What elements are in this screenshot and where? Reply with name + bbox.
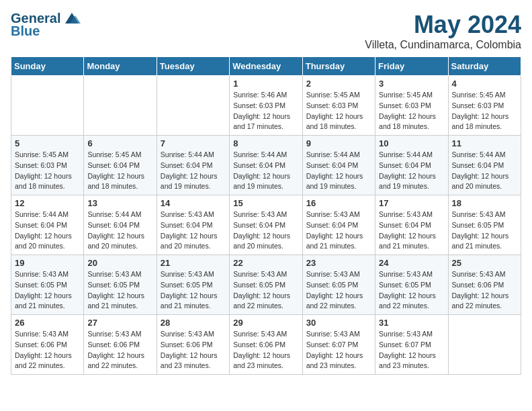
day-info: Sunrise: 5:43 AM Sunset: 6:04 PM Dayligh… — [161, 210, 226, 252]
day-number: 3 — [379, 79, 444, 89]
weekday-header-monday: Monday — [84, 57, 157, 76]
calendar-week-4: 19Sunrise: 5:43 AM Sunset: 6:05 PM Dayli… — [11, 255, 521, 315]
calendar-cell: 5Sunrise: 5:45 AM Sunset: 6:03 PM Daylig… — [11, 136, 84, 195]
calendar-cell: 23Sunrise: 5:43 AM Sunset: 6:05 PM Dayli… — [302, 255, 375, 315]
calendar-week-5: 26Sunrise: 5:43 AM Sunset: 6:06 PM Dayli… — [11, 315, 521, 375]
day-number: 18 — [452, 198, 517, 208]
calendar-cell: 26Sunrise: 5:43 AM Sunset: 6:06 PM Dayli… — [11, 315, 84, 375]
title-block: May 2024 Villeta, Cundinamarca, Colombia — [365, 11, 521, 51]
calendar-cell: 28Sunrise: 5:43 AM Sunset: 6:06 PM Dayli… — [157, 315, 229, 375]
calendar-subtitle: Villeta, Cundinamarca, Colombia — [365, 39, 521, 51]
day-number: 11 — [452, 138, 517, 148]
day-info: Sunrise: 5:43 AM Sunset: 6:05 PM Dayligh… — [306, 269, 371, 312]
day-info: Sunrise: 5:43 AM Sunset: 6:04 PM Dayligh… — [379, 210, 444, 252]
day-info: Sunrise: 5:44 AM Sunset: 6:04 PM Dayligh… — [161, 150, 226, 192]
calendar-cell: 7Sunrise: 5:44 AM Sunset: 6:04 PM Daylig… — [157, 136, 229, 195]
calendar-cell: 29Sunrise: 5:43 AM Sunset: 6:06 PM Dayli… — [230, 315, 302, 375]
day-number: 20 — [87, 258, 152, 268]
calendar-title: May 2024 — [365, 11, 521, 39]
day-number: 6 — [87, 138, 152, 148]
day-number: 23 — [306, 258, 371, 268]
calendar-cell: 12Sunrise: 5:44 AM Sunset: 6:04 PM Dayli… — [11, 195, 84, 255]
day-number: 4 — [452, 79, 517, 89]
calendar-cell: 17Sunrise: 5:43 AM Sunset: 6:04 PM Dayli… — [375, 195, 448, 255]
calendar-cell: 19Sunrise: 5:43 AM Sunset: 6:05 PM Dayli… — [11, 255, 84, 315]
weekday-header-friday: Friday — [375, 57, 448, 76]
day-info: Sunrise: 5:43 AM Sunset: 6:07 PM Dayligh… — [306, 329, 371, 371]
day-number: 19 — [15, 258, 80, 268]
day-number: 26 — [15, 318, 80, 328]
day-info: Sunrise: 5:43 AM Sunset: 6:05 PM Dayligh… — [161, 269, 226, 312]
day-number: 13 — [87, 198, 152, 208]
day-info: Sunrise: 5:44 AM Sunset: 6:04 PM Dayligh… — [306, 150, 371, 192]
day-number: 8 — [233, 138, 298, 148]
calendar-cell: 22Sunrise: 5:43 AM Sunset: 6:05 PM Dayli… — [230, 255, 302, 315]
day-number: 17 — [379, 198, 444, 208]
weekday-header-sunday: Sunday — [11, 57, 84, 76]
page-header: General Blue May 2024 Villeta, Cundinama… — [11, 11, 521, 51]
day-number: 24 — [379, 258, 444, 268]
calendar-cell — [157, 76, 229, 136]
calendar-cell: 27Sunrise: 5:43 AM Sunset: 6:06 PM Dayli… — [84, 315, 157, 375]
weekday-header-thursday: Thursday — [302, 57, 375, 76]
day-info: Sunrise: 5:44 AM Sunset: 6:04 PM Dayligh… — [233, 150, 298, 192]
day-number: 10 — [379, 138, 444, 148]
calendar-cell: 4Sunrise: 5:45 AM Sunset: 6:03 PM Daylig… — [448, 76, 521, 136]
day-info: Sunrise: 5:45 AM Sunset: 6:03 PM Dayligh… — [15, 150, 80, 192]
calendar-cell: 20Sunrise: 5:43 AM Sunset: 6:05 PM Dayli… — [84, 255, 157, 315]
calendar-cell: 1Sunrise: 5:46 AM Sunset: 6:03 PM Daylig… — [230, 76, 302, 136]
calendar-cell: 24Sunrise: 5:43 AM Sunset: 6:05 PM Dayli… — [375, 255, 448, 315]
day-info: Sunrise: 5:45 AM Sunset: 6:03 PM Dayligh… — [452, 90, 517, 132]
calendar-cell: 8Sunrise: 5:44 AM Sunset: 6:04 PM Daylig… — [230, 136, 302, 195]
calendar-cell: 15Sunrise: 5:43 AM Sunset: 6:04 PM Dayli… — [230, 195, 302, 255]
calendar-cell: 13Sunrise: 5:44 AM Sunset: 6:04 PM Dayli… — [84, 195, 157, 255]
calendar-cell: 2Sunrise: 5:45 AM Sunset: 6:03 PM Daylig… — [302, 76, 375, 136]
day-info: Sunrise: 5:43 AM Sunset: 6:06 PM Dayligh… — [87, 329, 152, 371]
day-info: Sunrise: 5:45 AM Sunset: 6:03 PM Dayligh… — [379, 90, 444, 132]
day-number: 7 — [161, 138, 226, 148]
calendar-cell: 21Sunrise: 5:43 AM Sunset: 6:05 PM Dayli… — [157, 255, 229, 315]
calendar-week-3: 12Sunrise: 5:44 AM Sunset: 6:04 PM Dayli… — [11, 195, 521, 255]
logo-text-blue: Blue — [11, 24, 40, 39]
day-info: Sunrise: 5:43 AM Sunset: 6:05 PM Dayligh… — [233, 269, 298, 312]
day-info: Sunrise: 5:45 AM Sunset: 6:04 PM Dayligh… — [87, 150, 152, 192]
day-info: Sunrise: 5:43 AM Sunset: 6:05 PM Dayligh… — [87, 269, 152, 312]
day-number: 27 — [87, 318, 152, 328]
day-info: Sunrise: 5:43 AM Sunset: 6:04 PM Dayligh… — [306, 210, 371, 252]
calendar-cell: 16Sunrise: 5:43 AM Sunset: 6:04 PM Dayli… — [302, 195, 375, 255]
day-info: Sunrise: 5:46 AM Sunset: 6:03 PM Dayligh… — [233, 90, 298, 132]
day-number: 1 — [233, 79, 298, 89]
logo: General Blue — [11, 11, 82, 39]
day-info: Sunrise: 5:43 AM Sunset: 6:05 PM Dayligh… — [379, 269, 444, 312]
calendar-cell — [448, 315, 521, 375]
logo-icon — [62, 11, 82, 26]
day-info: Sunrise: 5:43 AM Sunset: 6:06 PM Dayligh… — [161, 329, 226, 371]
day-number: 22 — [233, 258, 298, 268]
calendar-cell — [84, 76, 157, 136]
calendar-cell: 18Sunrise: 5:43 AM Sunset: 6:05 PM Dayli… — [448, 195, 521, 255]
weekday-header-tuesday: Tuesday — [157, 57, 229, 76]
day-info: Sunrise: 5:44 AM Sunset: 6:04 PM Dayligh… — [452, 150, 517, 192]
calendar-cell: 30Sunrise: 5:43 AM Sunset: 6:07 PM Dayli… — [302, 315, 375, 375]
day-number: 21 — [161, 258, 226, 268]
day-number: 14 — [161, 198, 226, 208]
day-info: Sunrise: 5:44 AM Sunset: 6:04 PM Dayligh… — [15, 210, 80, 252]
weekday-header-saturday: Saturday — [448, 57, 521, 76]
calendar-week-2: 5Sunrise: 5:45 AM Sunset: 6:03 PM Daylig… — [11, 136, 521, 195]
calendar-cell: 31Sunrise: 5:43 AM Sunset: 6:07 PM Dayli… — [375, 315, 448, 375]
calendar-week-1: 1Sunrise: 5:46 AM Sunset: 6:03 PM Daylig… — [11, 76, 521, 136]
day-number: 28 — [161, 318, 226, 328]
calendar-table: SundayMondayTuesdayWednesdayThursdayFrid… — [11, 56, 521, 375]
calendar-cell: 10Sunrise: 5:44 AM Sunset: 6:04 PM Dayli… — [375, 136, 448, 195]
day-number: 15 — [233, 198, 298, 208]
day-info: Sunrise: 5:44 AM Sunset: 6:04 PM Dayligh… — [87, 210, 152, 252]
calendar-cell: 14Sunrise: 5:43 AM Sunset: 6:04 PM Dayli… — [157, 195, 229, 255]
calendar-cell: 25Sunrise: 5:43 AM Sunset: 6:06 PM Dayli… — [448, 255, 521, 315]
day-info: Sunrise: 5:43 AM Sunset: 6:06 PM Dayligh… — [233, 329, 298, 371]
calendar-cell — [11, 76, 84, 136]
day-info: Sunrise: 5:43 AM Sunset: 6:05 PM Dayligh… — [15, 269, 80, 312]
day-number: 2 — [306, 79, 371, 89]
weekday-header-wednesday: Wednesday — [230, 57, 302, 76]
calendar-cell: 3Sunrise: 5:45 AM Sunset: 6:03 PM Daylig… — [375, 76, 448, 136]
day-info: Sunrise: 5:44 AM Sunset: 6:04 PM Dayligh… — [379, 150, 444, 192]
